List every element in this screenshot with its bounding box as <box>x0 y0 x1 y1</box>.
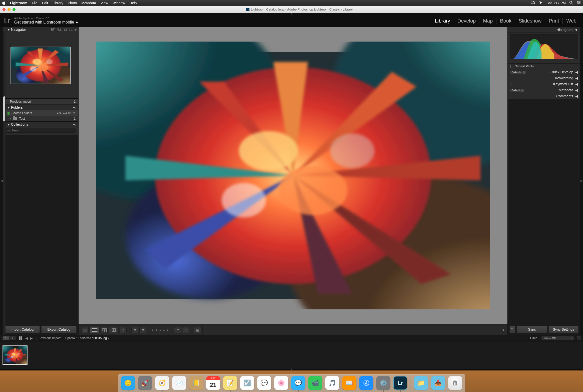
menu-window[interactable]: Window <box>113 1 125 5</box>
volume-usage: 4.3 / 4.4 TB <box>57 112 71 115</box>
collections-add-button[interactable]: +▾ <box>73 122 76 126</box>
window-minimize-button[interactable] <box>8 8 11 11</box>
folder-name: Test <box>19 117 25 120</box>
menubar-app-name[interactable]: Lightroom <box>10 1 27 5</box>
menu-view[interactable]: View <box>101 1 108 5</box>
previous-import-label: Previous Import <box>10 100 31 103</box>
folders-header[interactable]: ▼ Folders +▾ <box>3 105 78 110</box>
window-zoom-button[interactable] <box>13 8 16 11</box>
menu-metadata[interactable]: Metadata <box>81 1 96 5</box>
menu-edit[interactable]: Edit <box>42 1 48 5</box>
zoom-fill[interactable]: FILL <box>57 28 62 31</box>
disclosure-down-icon: ▼ <box>7 28 11 32</box>
menu-library[interactable]: Library <box>53 1 63 5</box>
folder-row[interactable]: ▶ Test 1 <box>3 116 78 121</box>
window-title: Lightroom Catalog.lrcat - Adobe Photosho… <box>251 8 334 11</box>
lightroom-logo: Lr <box>4 17 10 25</box>
disclosure-down-icon: ▼ <box>7 122 11 126</box>
folders-title: Folders <box>11 105 73 109</box>
navigator-title: Navigator <box>11 28 51 32</box>
window-controls <box>3 8 16 11</box>
product-name: Adobe Lightroom Classic CC <box>14 17 78 20</box>
identity-module-bar: Lr Adobe Lightroom Classic CC Get starte… <box>0 15 334 27</box>
disclosure-down-icon[interactable]: ▼ <box>73 111 76 115</box>
navigator-preview[interactable] <box>3 32 78 98</box>
collections-search[interactable]: ⌕▾ Search <box>5 128 76 133</box>
expander-icon[interactable]: ▶ <box>10 117 12 120</box>
disk-status-icon <box>8 112 10 115</box>
left-scrollbar-thumb[interactable] <box>3 96 5 121</box>
zoom-1-1[interactable]: 1:1 <box>64 28 67 31</box>
zoom-3-1[interactable]: 3:1 <box>69 28 73 31</box>
menu-photo[interactable]: Photo <box>68 1 77 5</box>
volume-row[interactable]: Shared Folders 4.3 / 4.4 TB ▼ <box>3 110 78 116</box>
left-panel: ▼ Navigator FIT FILL 1:1 3:1 ▴▾ Previous… <box>3 27 78 224</box>
folder-count: 1 <box>74 117 76 120</box>
zoom-fit[interactable]: FIT <box>51 28 55 31</box>
window-close-button[interactable] <box>3 8 6 11</box>
left-panel-handle[interactable]: ◀ <box>0 27 3 224</box>
disclosure-down-icon: ▼ <box>7 105 11 109</box>
search-placeholder: Search <box>12 129 20 132</box>
volume-name: Shared Folders <box>12 111 32 115</box>
collections-title: Collections <box>11 122 73 126</box>
center-panel: XY ☺ ⚑ ⚑✕ ★ ★ ★ ★ ★ <box>78 27 334 224</box>
catalog-previous-import[interactable]: Previous Import 1 <box>3 99 78 105</box>
navigator-header[interactable]: ▼ Navigator FIT FILL 1:1 3:1 ▴▾ <box>3 27 78 32</box>
lightroom-window: ▲ Lr Adobe Lightroom Classic CC Get star… <box>0 13 334 224</box>
mobile-cta[interactable]: Get started with Lightroom mobile ▸ <box>14 20 78 25</box>
left-scrollbar[interactable] <box>3 31 6 224</box>
mobile-cta-label: Get started with Lightroom mobile <box>14 20 74 25</box>
top-panel-handle[interactable]: ▲ <box>0 13 334 15</box>
zoom-stepper-icon[interactable]: ▴▾ <box>75 28 76 31</box>
search-icon: ⌕▾ <box>7 129 10 132</box>
folders-add-button[interactable]: +▾ <box>73 105 76 109</box>
menu-file[interactable]: File <box>32 1 38 5</box>
menu-help[interactable]: Help <box>130 1 137 5</box>
window-titlebar: Lr Lightroom Catalog.lrcat - Adobe Photo… <box>0 6 334 13</box>
apple-menu[interactable] <box>2 1 6 5</box>
chevron-right-icon: ▸ <box>76 20 78 25</box>
collections-header[interactable]: ▼ Collections +▾ <box>3 122 78 127</box>
app-title-icon: Lr <box>246 8 249 11</box>
loupe-view[interactable] <box>79 27 334 224</box>
previous-import-count: 1 <box>74 100 76 103</box>
macos-menubar: Lightroom File Edit Library Photo Metada… <box>0 0 334 6</box>
folder-icon <box>13 117 17 120</box>
